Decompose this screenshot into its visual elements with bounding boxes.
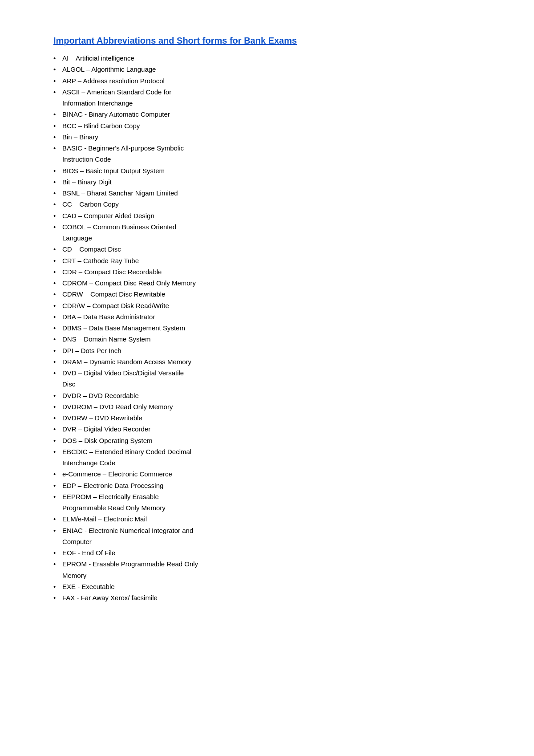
list-item: Bin – Binary <box>53 132 481 142</box>
list-item-continuation: Computer <box>53 537 481 547</box>
list-item: ARP – Address resolution Protocol <box>53 76 481 86</box>
list-item: BINAC - Binary Automatic Computer <box>53 109 481 119</box>
list-item: e-Commerce – Electronic Commerce <box>53 469 481 479</box>
list-item-continuation: Disc <box>53 379 481 389</box>
list-item: CDR – Compact Disc Recordable <box>53 267 481 277</box>
list-item-continuation: Information Interchange <box>53 98 481 108</box>
list-item: DRAM – Dynamic Random Access Memory <box>53 357 481 367</box>
list-item-continuation: Instruction Code <box>53 154 481 164</box>
list-item: ENIAC - Electronic Numerical Integrator … <box>53 525 481 536</box>
list-item: EPROM - Erasable Programmable Read Only <box>53 559 481 569</box>
list-item: BIOS – Basic Input Output System <box>53 166 481 176</box>
list-item: DBA – Data Base Administrator <box>53 312 481 322</box>
list-item: DVR – Digital Video Recorder <box>53 424 481 434</box>
list-item: ELM/e-Mail – Electronic Mail <box>53 514 481 524</box>
list-item-continuation: Interchange Code <box>53 458 481 468</box>
page-title: Important Abbreviations and Short forms … <box>53 36 481 46</box>
list-item: DVDRW – DVD Rewritable <box>53 413 481 423</box>
list-item: ASCII – American Standard Code for <box>53 87 481 97</box>
list-item: DNS – Domain Name System <box>53 334 481 344</box>
list-item: COBOL – Common Business Oriented <box>53 222 481 232</box>
list-item: CAD – Computer Aided Design <box>53 211 481 221</box>
list-item: AI – Artificial intelligence <box>53 53 481 63</box>
list-item: EEPROM – Electrically Erasable <box>53 492 481 502</box>
list-item: DOS – Disk Operating System <box>53 435 481 446</box>
list-item: EOF - End Of File <box>53 548 481 558</box>
list-item: DVDROM – DVD Read Only Memory <box>53 402 481 412</box>
list-item: CD – Compact Disc <box>53 244 481 254</box>
list-item: Bit – Binary Digit <box>53 177 481 187</box>
list-item: CDRW – Compact Disc Rewritable <box>53 289 481 299</box>
abbreviations-list: AI – Artificial intelligenceALGOL – Algo… <box>53 53 481 603</box>
list-item: BSNL – Bharat Sanchar Nigam Limited <box>53 188 481 198</box>
list-item: DBMS – Data Base Management System <box>53 323 481 333</box>
list-item: DPI – Dots Per Inch <box>53 345 481 356</box>
list-item: EBCDIC – Extended Binary Coded Decimal <box>53 447 481 457</box>
list-item: FAX - Far Away Xerox/ facsimile <box>53 593 481 603</box>
list-item: BCC – Blind Carbon Copy <box>53 121 481 131</box>
list-item: DVD – Digital Video Disc/Digital Versati… <box>53 368 481 378</box>
list-item: EXE - Executable <box>53 581 481 592</box>
list-item: EDP – Electronic Data Processing <box>53 480 481 491</box>
list-item: CRT – Cathode Ray Tube <box>53 256 481 266</box>
list-item-continuation: Language <box>53 233 481 243</box>
list-item: ALGOL – Algorithmic Language <box>53 64 481 74</box>
list-item: CDROM – Compact Disc Read Only Memory <box>53 278 481 288</box>
list-item: CDR/W – Compact Disk Read/Write <box>53 301 481 311</box>
list-item: DVDR – DVD Recordable <box>53 390 481 401</box>
list-item: BASIC - Beginner's All-purpose Symbolic <box>53 143 481 153</box>
list-item: CC – Carbon Copy <box>53 199 481 209</box>
list-item-continuation: Programmable Read Only Memory <box>53 503 481 513</box>
list-item-continuation: Memory <box>53 570 481 581</box>
